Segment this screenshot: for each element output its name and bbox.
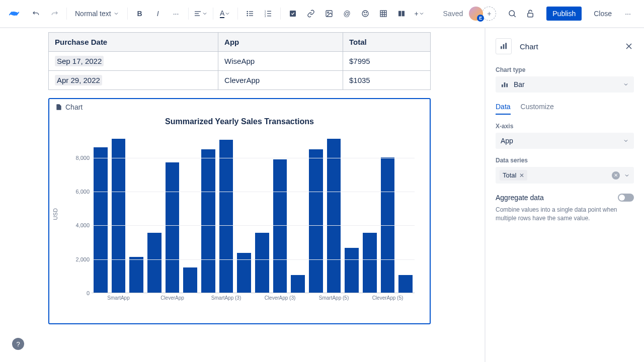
bar <box>94 147 108 293</box>
bar <box>345 248 359 293</box>
svg-rect-37 <box>504 82 506 87</box>
svg-rect-32 <box>503 44 505 49</box>
svg-point-5 <box>247 15 248 17</box>
svg-rect-15 <box>290 11 296 17</box>
undo-button[interactable] <box>28 6 44 22</box>
svg-point-18 <box>362 11 368 17</box>
mention-button[interactable]: @ <box>339 6 355 22</box>
chevron-down-icon <box>623 138 629 144</box>
clear-all-button[interactable]: ✕ <box>612 171 620 179</box>
bar <box>147 233 162 293</box>
svg-point-4 <box>247 13 248 15</box>
image-button[interactable] <box>321 6 337 22</box>
svg-point-17 <box>327 12 329 14</box>
italic-button[interactable]: I <box>150 6 166 22</box>
table-row[interactable]: Apr 29, 2022 CleverApp $1035 <box>49 71 431 90</box>
align-button[interactable] <box>193 6 209 22</box>
svg-rect-27 <box>401 11 404 17</box>
bar <box>129 257 143 293</box>
emoji-button[interactable] <box>357 6 373 22</box>
layouts-button[interactable] <box>393 6 410 22</box>
bar <box>309 149 323 293</box>
svg-rect-12 <box>267 11 271 12</box>
tab-data[interactable]: Data <box>496 103 511 115</box>
chart-block[interactable]: Chart Summarized Yearly Sales Transactio… <box>48 98 431 324</box>
bold-button[interactable]: B <box>132 6 148 22</box>
bar <box>327 139 341 293</box>
svg-rect-14 <box>267 16 271 16</box>
table-header[interactable]: App <box>218 33 343 52</box>
close-panel-button[interactable] <box>624 41 634 51</box>
bar <box>201 149 215 293</box>
aggregate-help-text: Combine values into a single data point … <box>496 206 634 223</box>
table-row[interactable]: Sep 17, 2022 WiseApp $7995 <box>49 52 431 71</box>
svg-rect-31 <box>501 46 502 49</box>
text-style-select[interactable]: Normal text <box>71 6 123 22</box>
numbered-list-button[interactable]: 123 <box>260 6 276 22</box>
redo-button[interactable] <box>46 6 62 22</box>
link-button[interactable] <box>303 6 319 22</box>
tab-customize[interactable]: Customize <box>521 103 554 115</box>
svg-point-28 <box>509 11 515 16</box>
more-actions-button[interactable]: ··· <box>620 6 636 22</box>
data-table[interactable]: Purchase Date App Total Sep 17, 2022 Wis… <box>48 32 431 90</box>
chart-title: Summarized Yearly Sales Transactions <box>59 117 420 126</box>
svg-text:3: 3 <box>264 15 266 18</box>
svg-rect-38 <box>506 83 508 87</box>
svg-point-3 <box>247 11 248 13</box>
text-color-button[interactable]: A <box>217 6 233 22</box>
bar <box>398 275 413 293</box>
bar <box>112 139 126 293</box>
bar <box>363 233 377 293</box>
restrictions-button[interactable] <box>522 6 538 22</box>
page-icon <box>55 104 62 111</box>
bar <box>273 159 287 293</box>
add-collaborator-button[interactable]: + <box>482 7 496 21</box>
bar <box>166 162 180 293</box>
aggregate-toggle[interactable] <box>618 194 634 202</box>
svg-rect-33 <box>505 43 507 49</box>
chart-type-select[interactable]: Bar <box>496 76 634 93</box>
user-avatar[interactable]: E <box>469 7 483 21</box>
data-series-label: Data series <box>496 157 634 164</box>
svg-rect-36 <box>502 84 503 87</box>
chevron-down-icon <box>624 172 630 178</box>
table-header[interactable]: Total <box>343 33 430 52</box>
panel-title: Chart <box>520 42 538 51</box>
bullet-list-button[interactable] <box>242 6 258 22</box>
publish-button[interactable]: Publish <box>546 7 582 21</box>
svg-line-29 <box>514 15 516 17</box>
insert-button[interactable]: + <box>412 6 428 22</box>
help-button[interactable]: ? <box>12 338 24 350</box>
toolbar: Normal text B I ··· A 123 @ + Saved E + … <box>0 0 644 28</box>
svg-rect-30 <box>528 13 533 17</box>
svg-rect-26 <box>398 11 401 17</box>
chart-type-label: Chart type <box>496 66 634 73</box>
table-header[interactable]: Purchase Date <box>49 33 218 52</box>
svg-rect-7 <box>249 13 253 14</box>
bar <box>219 140 233 293</box>
data-series-select[interactable]: Total ✕ ✕ <box>496 167 634 184</box>
svg-point-19 <box>364 12 364 13</box>
svg-rect-6 <box>249 11 253 12</box>
chart-area: USD 02,0004,0006,0008,000 SmartAppClever… <box>59 132 420 313</box>
bar <box>291 275 305 293</box>
bar-chart-icon <box>501 80 509 88</box>
table-button[interactable] <box>375 6 391 22</box>
search-button[interactable] <box>504 6 520 22</box>
saved-status: Saved <box>443 10 463 18</box>
editor-area[interactable]: Purchase Date App Total Sep 17, 2022 Wis… <box>0 28 485 362</box>
remove-tag-button[interactable]: ✕ <box>519 172 524 179</box>
chart-block-label: Chart <box>65 103 83 111</box>
xaxis-label: X-axis <box>496 123 634 130</box>
aggregate-label: Aggregate data <box>496 194 544 202</box>
svg-rect-8 <box>249 15 253 16</box>
close-button[interactable]: Close <box>588 7 618 21</box>
confluence-logo <box>8 8 20 20</box>
action-item-button[interactable] <box>285 6 301 22</box>
bar <box>183 267 197 293</box>
y-axis-label: USD <box>52 208 58 220</box>
xaxis-select[interactable]: App <box>496 133 634 149</box>
chart-icon <box>496 38 512 54</box>
more-formatting-button[interactable]: ··· <box>168 6 184 22</box>
